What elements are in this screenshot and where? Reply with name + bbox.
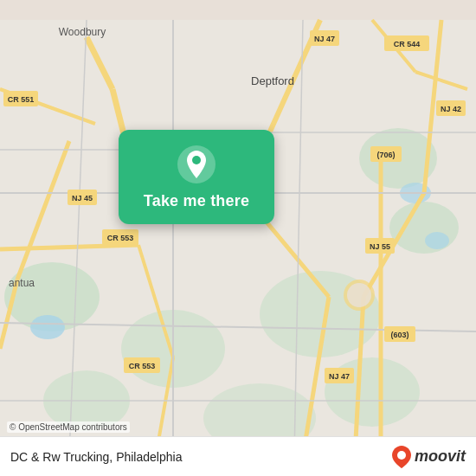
svg-text:antua: antua <box>9 277 35 289</box>
svg-point-67 <box>347 283 371 307</box>
moovit-logo: moovit <box>392 446 466 468</box>
svg-text:NJ 42: NJ 42 <box>441 105 461 113</box>
svg-text:(603): (603) <box>390 331 408 339</box>
svg-text:NJ 47: NJ 47 <box>314 35 335 43</box>
take-me-there-button[interactable]: Take me there <box>119 130 274 224</box>
moovit-wordmark: moovit <box>415 447 466 466</box>
svg-point-70 <box>397 451 406 460</box>
svg-text:CR 553: CR 553 <box>107 234 134 242</box>
svg-point-69 <box>192 156 201 164</box>
location-label: DC & Rw Trucking, Philadelphia <box>10 450 182 464</box>
svg-text:CR 553: CR 553 <box>129 362 156 370</box>
moovit-pin-icon <box>392 446 411 468</box>
location-pin-icon <box>177 145 215 183</box>
bottom-bar: DC & Rw Trucking, Philadelphia moovit <box>0 436 476 476</box>
svg-text:Deptford: Deptford <box>251 74 294 87</box>
map-container: CR 544 NJ 47 NJ 42 CR 551 NITP NJ 45 CR … <box>0 0 476 476</box>
map-attribution: © OpenStreetMap contributors <box>7 421 130 433</box>
svg-text:CR 551: CR 551 <box>8 95 35 104</box>
svg-point-11 <box>425 232 449 249</box>
svg-text:NJ 47: NJ 47 <box>329 372 350 381</box>
svg-text:CR 544: CR 544 <box>394 40 421 48</box>
svg-text:NJ 45: NJ 45 <box>72 194 93 203</box>
map-background: CR 544 NJ 47 NJ 42 CR 551 NITP NJ 45 CR … <box>0 0 476 476</box>
svg-point-3 <box>389 202 459 254</box>
svg-point-9 <box>30 315 65 339</box>
svg-text:Woodbury: Woodbury <box>59 26 106 38</box>
svg-text:NJ 55: NJ 55 <box>370 242 390 251</box>
svg-text:(706): (706) <box>376 151 395 159</box>
take-me-label: Take me there <box>144 192 249 210</box>
